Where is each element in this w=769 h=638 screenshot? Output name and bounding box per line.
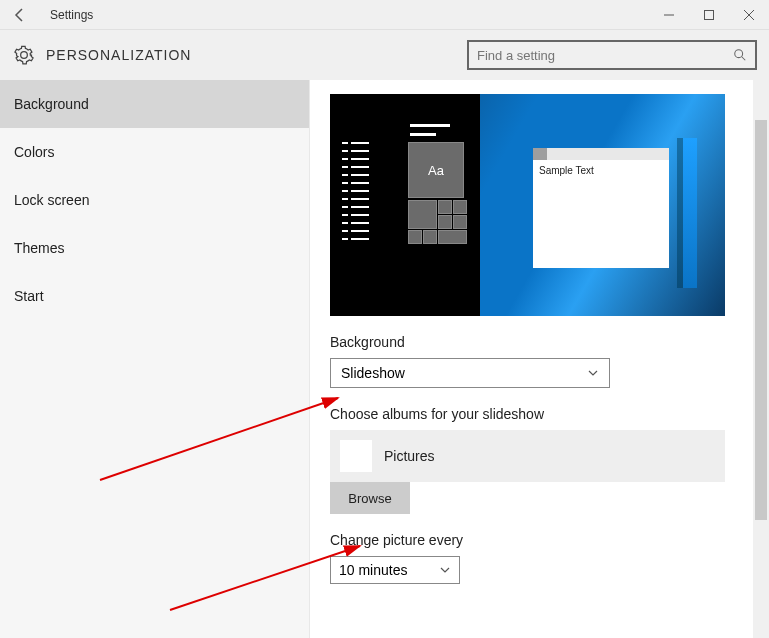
minimize-icon	[664, 10, 674, 20]
sidebar-item-lock-screen[interactable]: Lock screen	[0, 176, 309, 224]
title-bar: Settings	[0, 0, 769, 30]
preview-menu-lines	[342, 142, 369, 246]
sidebar-item-themes[interactable]: Themes	[0, 224, 309, 272]
sidebar-item-label: Start	[14, 288, 44, 304]
interval-dropdown-value: 10 minutes	[339, 562, 407, 578]
interval-label: Change picture every	[330, 532, 749, 548]
preview-heading: Preview	[330, 80, 749, 86]
browse-button[interactable]: Browse	[330, 482, 410, 514]
sidebar: Background Colors Lock screen Themes Sta…	[0, 80, 310, 638]
background-label: Background	[330, 334, 749, 350]
gear-icon	[12, 43, 36, 67]
desktop-preview: Aa Sample Text	[330, 94, 725, 316]
arrow-left-icon	[12, 7, 28, 23]
sidebar-item-label: Background	[14, 96, 89, 112]
background-dropdown-value: Slideshow	[341, 365, 405, 381]
search-input[interactable]	[477, 48, 733, 63]
search-icon	[733, 48, 747, 62]
interval-dropdown[interactable]: 10 minutes	[330, 556, 460, 584]
preview-accent-tile: Aa	[408, 142, 464, 198]
background-dropdown[interactable]: Slideshow	[330, 358, 610, 388]
svg-point-4	[735, 50, 743, 58]
sidebar-item-label: Lock screen	[14, 192, 89, 208]
svg-rect-1	[705, 10, 714, 19]
albums-label: Choose albums for your slideshow	[330, 406, 749, 422]
chevron-down-icon	[587, 367, 599, 379]
back-button[interactable]	[0, 0, 40, 30]
preview-tiles: Aa	[408, 124, 528, 244]
maximize-icon	[704, 10, 714, 20]
preview-decoration	[683, 138, 697, 288]
preview-sample-window: Sample Text	[533, 148, 669, 268]
search-box[interactable]	[467, 40, 757, 70]
sidebar-item-label: Colors	[14, 144, 54, 160]
main-panel: Preview	[310, 80, 769, 638]
content: Background Colors Lock screen Themes Sta…	[0, 80, 769, 638]
chevron-down-icon	[439, 564, 451, 576]
album-row[interactable]: Pictures	[330, 430, 725, 482]
sidebar-item-start[interactable]: Start	[0, 272, 309, 320]
svg-line-5	[742, 57, 746, 61]
vertical-scrollbar[interactable]	[753, 80, 769, 638]
close-icon	[744, 10, 754, 20]
scrollbar-thumb[interactable]	[755, 120, 767, 520]
sidebar-item-colors[interactable]: Colors	[0, 128, 309, 176]
maximize-button[interactable]	[689, 0, 729, 30]
section-title: PERSONALIZATION	[46, 47, 467, 63]
preview-sample-text: Sample Text	[533, 160, 669, 181]
browse-button-label: Browse	[348, 491, 391, 506]
album-name: Pictures	[384, 448, 435, 464]
album-thumbnail	[340, 440, 372, 472]
sidebar-item-background[interactable]: Background	[0, 80, 309, 128]
header: PERSONALIZATION	[0, 30, 769, 80]
minimize-button[interactable]	[649, 0, 689, 30]
close-button[interactable]	[729, 0, 769, 30]
window-title: Settings	[50, 8, 649, 22]
sidebar-item-label: Themes	[14, 240, 65, 256]
preview-start-panel: Aa	[330, 94, 480, 316]
preview-window-bar	[533, 148, 669, 160]
